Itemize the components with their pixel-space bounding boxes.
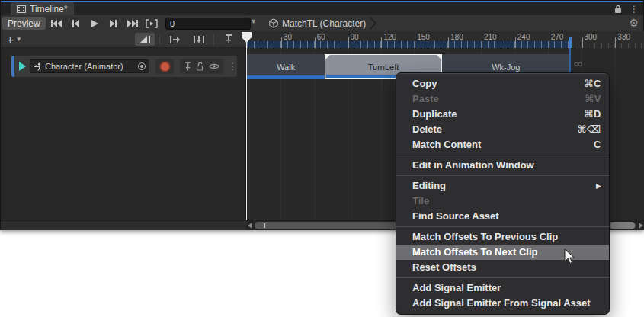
menu-item-match-content[interactable]: Match ContentC [396,137,609,152]
scrollbar-zoom-handle[interactable] [264,223,265,228]
scrollbar-zoom-handle-right[interactable] [610,222,635,229]
menu-item-editing[interactable]: Editing▶ [396,178,609,194]
mix-mode-button[interactable] [135,33,155,46]
playhead-handle[interactable] [242,32,252,46]
infinity-icon: ∞ [574,57,582,71]
kebab-menu-icon[interactable]: ⋮ [630,5,639,14]
film-icon [17,5,26,13]
lock-icon[interactable] [614,5,622,14]
add-track-button[interactable]: + ▼ [7,33,22,46]
record-button[interactable] [155,59,174,74]
menu-item-paste: Paste⌘V [396,91,609,107]
pin-icon[interactable] [184,62,192,71]
menu-item-match-offsets-to-next-clip[interactable]: Match Offsets To Next Clip [396,245,609,260]
menu-item-label: Match Content [412,137,481,152]
menu-item-label: Match Offsets To Next Clip [412,245,537,260]
menu-item-label: Edit in Animation Window [412,158,534,173]
context-menu: Copy⌘CPaste⌘VDuplicate⌘DDelete⌘⌫Match Co… [396,72,610,315]
menu-item-copy[interactable]: Copy⌘C [396,76,609,91]
title-bar: Timeline* ⋮ [1,2,643,15]
timeline-end-marker[interactable] [569,37,572,48]
clip-label: TurnLeft [368,62,399,72]
menu-item-delete[interactable]: Delete⌘⌫ [396,122,609,137]
mouse-cursor [564,248,576,268]
menu-item-shortcut: ⌘D [585,107,601,122]
replace-mode-button[interactable] [189,33,209,46]
playback-toolbar: Preview 0 ▼ [1,15,643,31]
play-button[interactable] [85,17,104,30]
menu-item-label: Match Offsets To Previous Clip [412,229,558,245]
track-kebab-menu-icon[interactable]: ⋮ [228,62,237,71]
toolbar-separator [159,34,160,45]
menu-item-label: Paste [412,91,439,107]
menu-separator [396,155,609,155]
menu-item-label: Reset Offsets [412,260,476,275]
ruler-duration-range [247,41,572,48]
plus-icon: + [7,33,14,46]
menu-item-label: Add Signal Emitter From Signal Asset [412,296,591,311]
animation-track-icon [19,62,26,71]
scroll-right-icon[interactable] [639,223,643,229]
edit-mode-buttons [135,33,239,46]
pin-markers-button[interactable] [219,33,239,46]
track-color-bar [11,56,14,77]
menu-item-shortcut: ⌘C [585,76,601,91]
preview-toggle[interactable]: Preview [2,17,46,30]
blend-handle-left[interactable] [325,55,330,59]
breadcrumb-label: MatchTL (Character) [282,18,366,29]
menu-item-shortcut: ⌘⌫ [578,122,601,137]
menu-item-label: Editing [412,178,446,194]
go-to-end-button[interactable] [123,17,142,30]
unlock-icon[interactable] [196,62,204,71]
frame-dropdown-caret[interactable]: ▼ [250,18,257,25]
gear-icon[interactable]: ⚙ [629,16,639,30]
menu-item-reset-offsets[interactable]: Reset Offsets [396,260,609,275]
next-frame-button[interactable] [104,17,123,30]
menu-separator [396,226,609,227]
screenshot-stage: Timeline* ⋮ Preview [0,0,644,317]
blend-handle-right[interactable] [437,55,441,59]
menu-item-label: Duplicate [412,107,457,122]
ripple-mode-button[interactable] [165,33,184,46]
animator-avatar-icon [34,62,42,71]
scroll-left-icon[interactable] [248,223,252,229]
menu-separator [396,175,609,176]
menu-item-edit-in-animation-window[interactable]: Edit in Animation Window [396,158,609,173]
record-dot-icon [161,62,169,71]
track-toolbar: + ▼ [1,31,246,48]
track-binding-name: Character (Animator) [45,62,135,71]
track-list-panel: Character (Animator) ⋮ [1,48,246,220]
toolbar-separator [213,34,214,45]
clip-stripe [247,75,325,79]
track-options-group [180,59,223,74]
menu-item-add-signal-emitter-from-signal-asset[interactable]: Add Signal Emitter From Signal Asset [396,296,609,311]
play-range-button[interactable] [142,17,161,30]
transport-controls [46,17,161,30]
breadcrumb-chevron-icon [370,17,376,30]
clip-walk[interactable]: Walk [247,54,325,79]
object-picker-icon[interactable] [138,62,146,70]
previous-frame-button[interactable] [66,17,85,30]
menu-item-add-signal-emitter[interactable]: Add Signal Emitter [396,280,609,296]
breadcrumb[interactable]: MatchTL (Character) [269,15,376,31]
cube-icon [269,18,278,28]
playhead-line [246,41,247,220]
tab-timeline[interactable]: Timeline* [11,2,74,15]
menu-item-shortcut: ⌘V [585,91,601,107]
track-binding-field[interactable]: Character (Animator) [30,59,149,73]
menu-item-label: Copy [412,76,437,91]
menu-separator [396,277,609,278]
menu-item-match-offsets-to-previous-clip[interactable]: Match Offsets To Previous Clip [396,229,609,245]
menu-item-label: Delete [412,122,442,137]
track-header-character[interactable]: Character (Animator) ⋮ [11,56,237,77]
clip-label: Walk [277,62,295,72]
eye-icon[interactable] [209,62,219,70]
go-to-start-button[interactable] [46,17,66,30]
frame-input[interactable]: 0 [165,18,251,30]
menu-item-duplicate[interactable]: Duplicate⌘D [396,107,609,122]
clip-label: Wk-Jog [492,62,520,72]
menu-item-label: Tile [412,194,429,209]
menu-item-find-source-asset[interactable]: Find Source Asset [396,209,609,224]
time-ruler[interactable]: 306090120150180210240270300330360 [246,31,644,48]
menu-item-label: Add Signal Emitter [412,280,501,296]
